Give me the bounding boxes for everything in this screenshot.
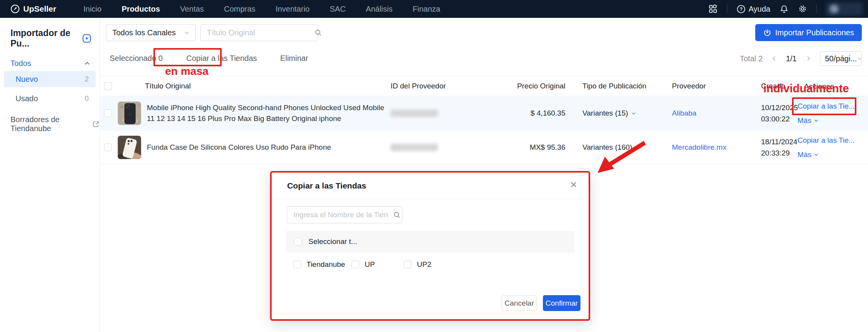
store-label: Tiendanube: [307, 260, 345, 269]
copy-to-stores-bulk-button[interactable]: Copiar a las Tiendas: [183, 54, 260, 63]
table-header-row: Título Original ID del Proveedor Precio …: [100, 76, 868, 96]
row-checkbox[interactable]: [104, 109, 112, 117]
import-publications-button[interactable]: Importar Publicaciones: [755, 24, 862, 41]
col-provider-id: ID del Proveedor: [391, 82, 446, 90]
store-options: Tiendanube UP UP2: [293, 259, 431, 270]
sidebar-group-label: Todos: [10, 59, 31, 68]
store-search-field: [287, 206, 402, 223]
nav-item-productos[interactable]: Productos: [122, 5, 160, 14]
store-label: UP2: [417, 260, 431, 269]
confirm-button[interactable]: Confirmar: [543, 295, 580, 311]
sidebar-group-todos[interactable]: Todos: [0, 49, 100, 68]
copy-to-stores-row-link[interactable]: Copiar a las Tie...: [797, 102, 855, 110]
nav-menu: Inicio Productos Ventas Compras Inventar…: [83, 5, 440, 14]
nav-item-ventas[interactable]: Ventas: [180, 5, 204, 14]
total-count-label: Total 2: [740, 54, 763, 63]
nav-item-sac[interactable]: SAC: [330, 5, 346, 14]
search-icon[interactable]: [393, 211, 401, 219]
copy-to-stores-modal: Copiar a las Tiendas × Seleccionar t... …: [270, 171, 590, 321]
apps-grid-icon[interactable]: [708, 4, 718, 14]
store-search-input[interactable]: [289, 211, 393, 219]
search-icon[interactable]: [314, 29, 322, 36]
table-row: Funda Case De Silicona Colores Uso Rudo …: [100, 130, 868, 164]
sidebar-item-nuevo[interactable]: Nuevo 2: [4, 71, 96, 87]
filter-row: Todos los Canales: [106, 24, 318, 41]
select-all-checkbox[interactable]: [104, 82, 112, 90]
settings-gear-icon[interactable]: [798, 4, 807, 14]
product-title[interactable]: Funda Case De Silicona Colores Uso Rudo …: [147, 142, 387, 153]
notifications-bell-icon[interactable]: [780, 5, 789, 14]
col-publication-type: Tipo de Publicación: [582, 82, 646, 90]
more-actions-link[interactable]: Más: [797, 149, 811, 161]
close-icon[interactable]: ×: [570, 179, 577, 190]
more-actions-link[interactable]: Más: [797, 114, 811, 126]
chevron-up-icon: [84, 61, 90, 67]
sidebar-title: Importador de Pu...: [10, 28, 82, 49]
next-page-icon[interactable]: [805, 55, 811, 62]
app-root: UpSeller Inicio Productos Ventas Compras…: [0, 0, 868, 332]
bulk-toolbar: Seleccionado 0 Copiar a las Tiendas Elim…: [110, 54, 308, 63]
chevron-down-icon: [814, 118, 819, 123]
sidebar-item-count: 2: [84, 75, 89, 83]
store-label: UP: [365, 260, 375, 269]
sidebar: Importador de Pu... Todos Nuevo 2 Usado …: [0, 18, 100, 332]
sidebar-item-count: 0: [84, 94, 89, 103]
provider-id-blurred: [391, 110, 438, 117]
publication-type-dropdown[interactable]: Variantes (160): [582, 143, 641, 152]
question-circle-icon: ?: [737, 5, 746, 14]
pagination: Total 2 1/1 50/pági...: [740, 51, 862, 66]
page-size-select[interactable]: 50/pági...: [820, 51, 862, 66]
row-actions: Copiar a las Tie... Más: [797, 134, 863, 161]
publication-type-dropdown[interactable]: Variantes (15): [582, 109, 636, 118]
modal-title: Copiar a las Tiendas: [287, 181, 366, 190]
prev-page-icon[interactable]: [771, 55, 777, 62]
modal-header: Copiar a las Tiendas ×: [272, 173, 589, 199]
sidebar-item-usado[interactable]: Usado 0: [4, 90, 96, 107]
delete-bulk-button[interactable]: Eliminar: [280, 54, 308, 63]
store-checkbox[interactable]: [404, 261, 412, 268]
channel-select-value: Todos los Canales: [112, 28, 176, 37]
row-checkbox[interactable]: [104, 144, 112, 151]
nav-divider: [816, 5, 817, 13]
nav-divider: [727, 5, 727, 13]
provider-link[interactable]: Alibaba: [672, 109, 696, 117]
store-checkbox[interactable]: [351, 261, 359, 268]
cloud-import-icon: [763, 28, 772, 37]
nav-item-compras[interactable]: Compras: [224, 5, 255, 14]
store-checkbox[interactable]: [293, 261, 301, 268]
price-value: $ 4,160.35: [441, 109, 565, 118]
chevron-down-icon: [631, 111, 636, 116]
row-actions: Copiar a las Tie... Más: [797, 100, 863, 126]
select-all-stores-row: Seleccionar t...: [286, 231, 574, 252]
copy-to-stores-row-link[interactable]: Copiar a las Tie...: [797, 136, 855, 144]
top-navigation: UpSeller Inicio Productos Ventas Compras…: [0, 0, 868, 18]
nav-item-inventario[interactable]: Inventario: [276, 5, 310, 14]
import-publications-label: Importar Publicaciones: [775, 28, 854, 37]
chevron-down-icon: [857, 56, 862, 61]
sidebar-item-label: Usado: [16, 94, 38, 103]
chevron-down-icon: [814, 152, 819, 157]
cancel-button[interactable]: Cancelar: [502, 295, 537, 311]
product-title[interactable]: Mobile iPhone High Quality Second-hand P…: [147, 102, 387, 124]
publications-table: Título Original ID del Proveedor Precio …: [100, 76, 868, 164]
help-button[interactable]: ? Ayuda: [737, 5, 770, 14]
sidebar-footer-label: Borradores de Tiendanube: [10, 115, 89, 133]
user-account-blurred[interactable]: [826, 2, 863, 16]
video-tutorial-icon[interactable]: [82, 33, 92, 43]
col-created: Creado: [761, 82, 785, 90]
nav-item-inicio[interactable]: Inicio: [83, 5, 102, 14]
toolbar-divider: [173, 54, 173, 63]
upseller-logo-icon: [10, 4, 20, 14]
col-title: Título Original: [145, 82, 191, 90]
product-thumbnail[interactable]: [117, 135, 141, 159]
nav-item-analisis[interactable]: Análisis: [366, 5, 393, 14]
brand[interactable]: UpSeller: [10, 4, 56, 14]
nav-item-finanza[interactable]: Finanza: [413, 5, 440, 14]
provider-link[interactable]: Mercadolibre.mx: [672, 143, 726, 151]
product-thumbnail[interactable]: [117, 101, 141, 125]
title-search-input[interactable]: [202, 28, 314, 37]
select-all-stores-checkbox[interactable]: [294, 238, 302, 246]
channel-select[interactable]: Todos los Canales: [106, 24, 196, 41]
sidebar-item-borradores-tiendanube[interactable]: Borradores de Tiendanube: [10, 115, 100, 133]
page-size-value: 50/pági...: [825, 54, 857, 63]
